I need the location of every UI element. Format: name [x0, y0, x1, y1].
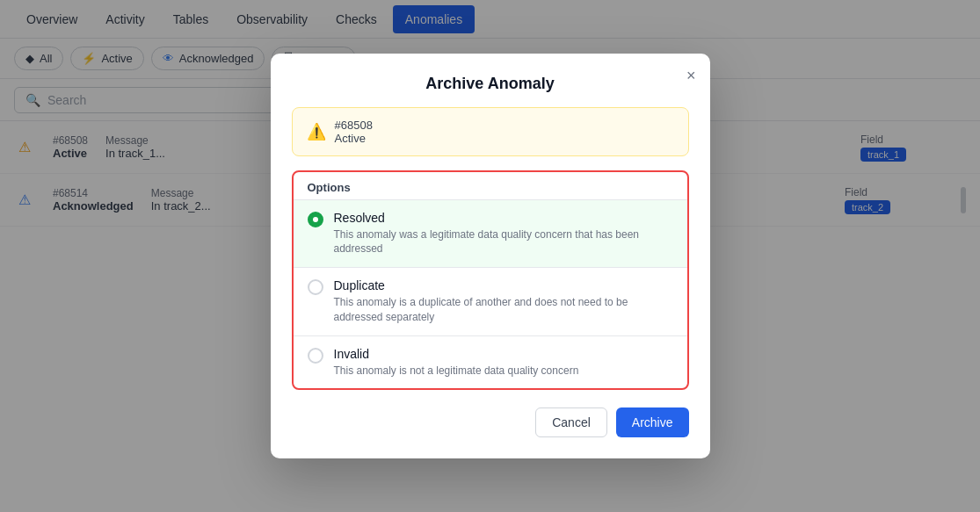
option-resolved-desc: This anomaly was a legitimate data quali… — [334, 227, 673, 257]
warning-triangle-icon: ⚠️ — [307, 122, 326, 141]
option-duplicate-desc: This anomaly is a duplicate of another a… — [334, 295, 673, 325]
archive-anomaly-modal: × Archive Anomaly ⚠️ #68508 Active Optio… — [271, 54, 710, 459]
modal-footer: Cancel Archive — [292, 407, 689, 437]
radio-duplicate — [308, 279, 323, 295]
anomaly-info-id: #68508 — [335, 119, 373, 132]
cancel-button[interactable]: Cancel — [535, 407, 607, 437]
modal-title: Archive Anomaly — [292, 75, 689, 93]
option-duplicate[interactable]: Duplicate This anomaly is a duplicate of… — [294, 267, 687, 335]
modal-overlay: × Archive Anomaly ⚠️ #68508 Active Optio… — [0, 0, 980, 512]
options-box: Options Resolved This anomaly was a legi… — [292, 170, 689, 391]
anomaly-info-text: #68508 Active — [335, 119, 373, 145]
archive-button[interactable]: Archive — [616, 407, 689, 437]
option-invalid-desc: This anomaly is not a legitimate data qu… — [334, 364, 579, 379]
option-resolved[interactable]: Resolved This anomaly was a legitimate d… — [294, 199, 687, 268]
anomaly-info-status: Active — [335, 132, 373, 145]
modal-close-button[interactable]: × — [686, 68, 696, 83]
options-label: Options — [294, 172, 687, 199]
option-duplicate-text: Duplicate This anomaly is a duplicate of… — [334, 278, 673, 325]
option-invalid[interactable]: Invalid This anomaly is not a legitimate… — [294, 335, 687, 389]
radio-invalid — [308, 348, 323, 364]
option-resolved-text: Resolved This anomaly was a legitimate d… — [334, 211, 673, 257]
option-invalid-text: Invalid This anomaly is not a legitimate… — [334, 347, 579, 379]
option-duplicate-title: Duplicate — [334, 278, 673, 292]
anomaly-info-box: ⚠️ #68508 Active — [292, 107, 689, 156]
option-resolved-title: Resolved — [334, 211, 673, 225]
radio-resolved — [308, 212, 323, 227]
option-invalid-title: Invalid — [334, 347, 579, 361]
